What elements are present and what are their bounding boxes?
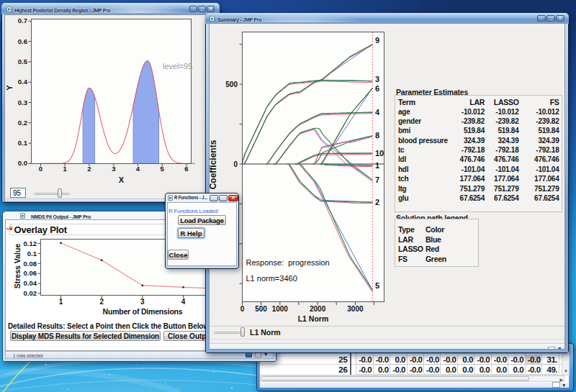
svg-text:0.06: 0.06 (24, 269, 37, 277)
svg-text:0: 0 (233, 160, 238, 168)
svg-text:8: 8 (375, 131, 379, 140)
svg-text:0.5: 0.5 (18, 58, 28, 65)
svg-text:Coefficients: Coefficients (210, 140, 218, 189)
svg-text:0.1: 0.1 (18, 139, 28, 147)
svg-text:level=95: level=95 (163, 62, 192, 70)
svg-text:1: 1 (59, 298, 63, 306)
svg-text:0.12: 0.12 (24, 240, 37, 247)
svg-text:5: 5 (161, 165, 165, 173)
svg-text:1000: 1000 (272, 305, 289, 313)
svg-text:0: 0 (39, 165, 42, 173)
svg-text:3: 3 (112, 165, 115, 173)
svg-text:3: 3 (140, 298, 145, 306)
svg-text:2000: 2000 (310, 305, 326, 313)
svg-text:3: 3 (375, 75, 379, 83)
svg-text:3000: 3000 (347, 305, 364, 313)
svg-text:6: 6 (184, 165, 188, 173)
svg-text:L1 Norm: L1 Norm (298, 314, 329, 323)
svg-text:0.4: 0.4 (18, 78, 28, 86)
svg-text:2: 2 (99, 298, 104, 306)
svg-text:4: 4 (136, 165, 140, 173)
svg-text:X: X (119, 176, 125, 184)
svg-text:0.7: 0.7 (18, 17, 27, 24)
svg-text:2: 2 (87, 165, 91, 173)
svg-text:6: 6 (375, 84, 379, 93)
svg-text:9: 9 (375, 36, 379, 45)
svg-text:0: 0 (240, 305, 245, 313)
svg-text:L1 norm=3460: L1 norm=3460 (246, 274, 297, 283)
svg-text:0.2: 0.2 (18, 119, 27, 127)
svg-text:Response: progression: Response: progression (246, 258, 330, 267)
svg-text:0.04: 0.04 (24, 279, 37, 287)
svg-text:7: 7 (375, 176, 379, 184)
svg-text:500: 500 (225, 81, 238, 88)
svg-text:0.02: 0.02 (24, 289, 37, 297)
svg-text:4: 4 (375, 108, 380, 117)
svg-text:2: 2 (375, 198, 379, 206)
svg-text:5: 5 (375, 281, 379, 290)
svg-text:0.1: 0.1 (27, 250, 37, 257)
svg-text:0.6: 0.6 (18, 37, 27, 45)
svg-text:Y: Y (5, 85, 14, 91)
svg-text:500: 500 (255, 305, 267, 313)
svg-text:10: 10 (375, 149, 384, 158)
svg-text:Number of Dimensions: Number of Dimensions (103, 307, 183, 316)
svg-text:Stress Value: Stress Value (13, 244, 22, 289)
svg-text:0.08: 0.08 (24, 260, 37, 268)
svg-text:0.3: 0.3 (18, 99, 27, 106)
svg-text:0.0: 0.0 (18, 159, 27, 167)
svg-text:1: 1 (63, 165, 68, 173)
svg-text:1: 1 (375, 161, 379, 170)
svg-text:4: 4 (181, 298, 186, 306)
